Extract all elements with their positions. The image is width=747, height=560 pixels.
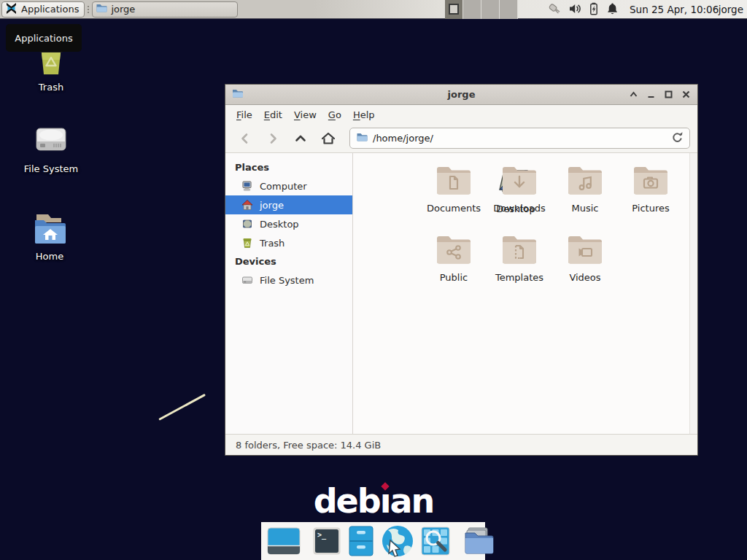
minimize-button[interactable]: [646, 89, 657, 100]
web-browser-icon[interactable]: [381, 524, 414, 558]
status-text: 8 folders, Free space: 14.4 GiB: [236, 440, 381, 451]
application-finder-icon[interactable]: [420, 526, 451, 556]
path-text[interactable]: /home/jorge/: [373, 133, 666, 144]
vertical-scrollbar[interactable]: [689, 153, 697, 434]
menu-go[interactable]: Go: [322, 107, 347, 122]
menu-help[interactable]: Help: [347, 107, 381, 122]
file-item-label: Music: [572, 203, 599, 214]
sidebar-item-label: Desktop: [260, 219, 299, 230]
menu-edit[interactable]: Edit: [258, 107, 288, 122]
folder-icon[interactable]: [462, 526, 495, 556]
public-folder-icon: [435, 233, 473, 266]
sidebar-item-trash[interactable]: Trash: [225, 233, 352, 252]
logo-text: an: [390, 481, 434, 521]
network-plug-icon[interactable]: [547, 2, 562, 18]
shade-button[interactable]: [628, 89, 639, 100]
applications-tooltip: Applications: [6, 24, 82, 52]
path-folder-icon: [356, 131, 368, 145]
maximize-button[interactable]: [663, 89, 674, 100]
dock: >_: [261, 522, 485, 560]
workspace-3[interactable]: [481, 0, 500, 19]
home-icon: [241, 199, 253, 211]
statusbar: 8 folders, Free space: 14.4 GiB: [225, 434, 697, 455]
sidebar-item-file-system[interactable]: File System: [225, 271, 352, 289]
top-panel: Applications jorge: [0, 0, 747, 19]
desktop-icon-label: Trash: [39, 82, 63, 93]
file-item-public[interactable]: Public: [421, 233, 487, 283]
file-item-videos[interactable]: Videos: [552, 233, 618, 283]
file-list-pane[interactable]: Desktop Documents: [353, 153, 697, 434]
forward-button[interactable]: [260, 128, 285, 149]
applications-menu-icon: [5, 2, 18, 17]
workspace-4[interactable]: [500, 0, 518, 19]
cursor-trail-line: [158, 394, 206, 421]
desktop-icon-home[interactable]: Home: [9, 210, 90, 262]
file-manager-window: jorge File Edit View Go Help: [225, 84, 698, 456]
file-item-label: Pictures: [632, 203, 669, 214]
taskbar-window-button[interactable]: jorge: [92, 1, 238, 18]
sidebar-item-label: File System: [260, 275, 314, 286]
workspace-switcher[interactable]: [445, 0, 518, 19]
pictures-folder-icon: [632, 163, 670, 197]
workspace-1[interactable]: [445, 0, 463, 19]
file-item-downloads[interactable]: Downloads: [487, 163, 552, 214]
up-button[interactable]: [288, 128, 313, 149]
back-button[interactable]: [233, 128, 258, 149]
show-desktop-icon[interactable]: [267, 527, 301, 555]
location-bar[interactable]: /home/jorge/: [349, 128, 690, 149]
notifications-bell-icon[interactable]: [606, 2, 619, 18]
home-button[interactable]: [316, 128, 341, 149]
menubar: File Edit View Go Help: [225, 105, 697, 124]
toolbar: /home/jorge/: [225, 124, 697, 153]
sidebar-item-desktop[interactable]: Desktop: [225, 214, 352, 233]
music-folder-icon: [566, 163, 604, 197]
file-item-pictures[interactable]: Pictures: [618, 163, 684, 214]
debian-desktop: { "panel": { "applications_label": "Appl…: [0, 0, 747, 560]
workspace-2[interactable]: [463, 0, 481, 19]
sidebar-item-computer[interactable]: Computer: [225, 176, 352, 195]
debian-logo: debıan: [0, 481, 747, 521]
tasklist-handle[interactable]: [86, 3, 91, 16]
system-tray: [547, 0, 619, 19]
panel-username[interactable]: jorge: [719, 0, 743, 19]
file-item-label: Videos: [569, 272, 600, 283]
file-cabinet-icon[interactable]: [347, 525, 375, 557]
file-item-label: Downloads: [493, 203, 545, 214]
templates-folder-icon: [500, 233, 538, 266]
sidebar-item-label: Trash: [260, 238, 285, 249]
desktop-icon-label: Home: [36, 251, 63, 262]
panel-clock[interactable]: Sun 25 Apr, 10:06: [630, 0, 719, 19]
workspace-window-preview: [449, 4, 459, 15]
window-titlebar[interactable]: jorge: [225, 85, 697, 105]
file-item-documents[interactable]: Documents: [421, 163, 487, 214]
file-item-templates[interactable]: Templates: [487, 233, 552, 283]
sidebar-item-label: jorge: [260, 200, 284, 211]
sidebar-item-label: Computer: [260, 181, 307, 192]
menu-view[interactable]: View: [288, 107, 322, 122]
applications-menu-button[interactable]: Applications: [1, 1, 85, 18]
videos-folder-icon: [566, 233, 604, 266]
desktop-icon-label: File System: [24, 163, 78, 174]
volume-icon[interactable]: [568, 2, 581, 18]
desktop-icon-file-system[interactable]: File System: [11, 122, 91, 174]
applications-menu-label: Applications: [21, 4, 79, 15]
taskbar-window-label: jorge: [111, 4, 135, 15]
logo-text: deb: [314, 481, 380, 521]
downloads-folder-icon: [500, 163, 538, 197]
file-item-label: Public: [440, 272, 468, 283]
file-item-label: Templates: [495, 272, 543, 283]
battery-charging-icon[interactable]: [588, 2, 600, 18]
reload-icon[interactable]: [671, 131, 684, 146]
sidebar-item-jorge[interactable]: jorge: [225, 195, 352, 214]
tooltip-text: Applications: [15, 33, 72, 44]
file-item-music[interactable]: Music: [552, 163, 618, 214]
hard-drive-icon: [32, 122, 70, 159]
desktop-icon: [241, 218, 253, 230]
terminal-icon[interactable]: >_: [312, 526, 341, 556]
close-button[interactable]: [681, 89, 692, 100]
window-folder-icon: [96, 2, 107, 16]
menu-file[interactable]: File: [231, 107, 258, 122]
trash-icon: [241, 237, 253, 249]
documents-folder-icon: [435, 163, 473, 197]
computer-icon: [241, 180, 253, 192]
